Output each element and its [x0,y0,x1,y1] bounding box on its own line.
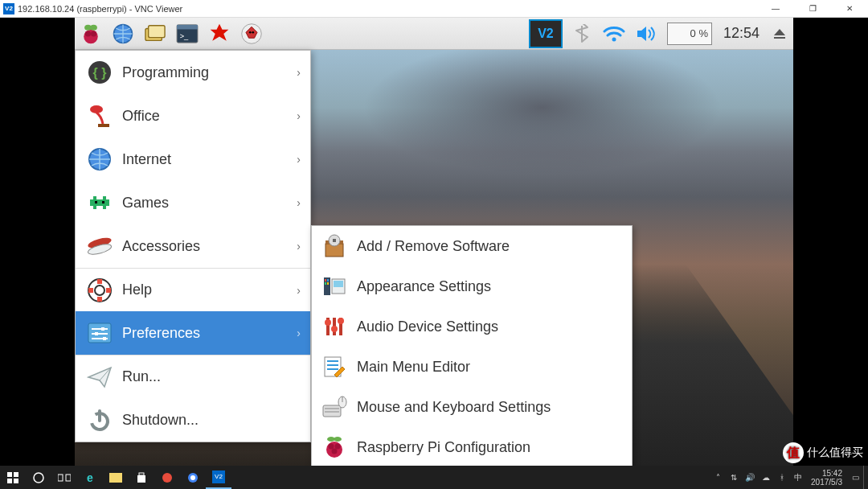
svg-point-0 [84,29,98,43]
terminal-icon[interactable]: >_ [171,18,203,50]
svg-marker-37 [88,368,111,387]
file-manager-icon[interactable] [139,18,171,50]
browser-icon[interactable] [107,18,139,50]
submenu-item-add-remove-software[interactable]: Add / Remove Software [312,226,632,266]
action-center-icon[interactable]: ▭ [847,473,863,482]
submenu-item-mouse-and-keyboard-settings[interactable]: Mouse and Keyboard Settings [312,387,632,427]
windows-clock[interactable]: 15:42 2017/5/3 [811,469,842,487]
menu-item-run-[interactable]: Run... [76,355,310,398]
menu-item-games[interactable]: Games› [76,181,310,224]
submenu-item-label: Mouse and Keyboard Settings [357,399,551,416]
host-titlebar[interactable]: V2 192.168.10.24 (raspberrypi) - VNC Vie… [0,0,868,18]
wifi-icon[interactable] [598,18,630,50]
menu-item-preferences[interactable]: Preferences› [76,311,310,355]
svg-point-56 [331,326,338,332]
svg-rect-63 [323,405,341,417]
svg-rect-18 [774,37,785,39]
paperplane-icon [85,363,114,392]
svg-rect-75 [14,472,18,477]
volume-icon[interactable] [630,18,662,50]
menu-item-label: Internet [122,151,171,168]
menu-item-label: Shutdown... [122,412,199,429]
svg-point-55 [325,319,331,326]
svg-point-73 [332,449,338,454]
svg-point-14 [252,31,254,33]
start-menu-icon[interactable] [75,18,107,50]
submenu-item-label: Audio Device Settings [357,318,498,335]
start-button[interactable] [0,466,26,489]
vnc-app-icon: V2 [3,3,14,14]
menu-item-label: Preferences [122,325,200,342]
menu-item-help[interactable]: Help› [76,268,310,311]
svg-rect-82 [137,475,145,483]
svg-point-21 [90,105,103,113]
svg-rect-74 [7,472,12,477]
menu-item-internet[interactable]: Internet› [76,138,310,181]
cpu-usage-widget[interactable]: 0 % [667,23,712,45]
preferences-submenu: Add / Remove SoftwareAppearance Settings… [311,225,633,466]
explorer-taskbar-icon[interactable] [103,466,129,489]
menu-item-shutdown-[interactable]: Shutdown... [76,398,310,442]
svg-marker-11 [211,23,229,40]
store-icon[interactable] [129,466,154,489]
vnc-taskbar-icon[interactable]: V2 [206,466,231,489]
svg-rect-83 [139,473,144,475]
svg-point-13 [249,31,252,33]
svg-rect-9 [177,24,198,29]
submenu-item-audio-device-settings[interactable]: Audio Device Settings [312,306,632,347]
globe-icon [85,145,114,174]
menu-item-accessories[interactable]: Accessories› [76,224,310,268]
tray-network-icon[interactable]: ⇅ [726,473,742,482]
svg-rect-7 [149,25,165,37]
palette-icon [321,273,347,299]
tray-onedrive-icon[interactable]: ☁ [758,473,774,482]
application-menu: { }Programming›Office›Internet›Games›Acc… [75,50,311,442]
menu-item-office[interactable]: Office› [76,94,310,138]
submenu-item-raspberry-pi-configuration[interactable]: Raspberry Pi Configuration [312,427,632,466]
show-desktop-button[interactable] [863,466,868,489]
bluetooth-icon[interactable] [566,18,598,50]
cortana-icon[interactable] [26,466,51,489]
tray-chevron-icon[interactable]: ˄ [710,473,726,482]
svg-point-86 [190,475,195,480]
submenu-item-label: Appearance Settings [357,278,491,295]
svg-rect-48 [325,282,326,285]
chrome-icon[interactable] [180,466,206,489]
package-icon [321,233,347,259]
edge-icon[interactable]: e [77,466,103,489]
raspberry-pi-desktop[interactable]: >_ V2 [75,18,793,466]
tray-time: 15:42 [811,469,842,478]
clock[interactable]: 12:54 [723,25,760,42]
svg-point-1 [85,31,91,36]
lifebuoy-icon [85,276,114,305]
close-button[interactable]: ✕ [831,0,868,17]
tray-date: 2017/5/3 [811,478,842,487]
wolfram-icon[interactable] [235,18,268,50]
letterbox-left [0,18,75,466]
window-title: 192.168.10.24 (raspberrypi) - VNC Viewer [18,4,182,14]
submenu-item-appearance-settings[interactable]: Appearance Settings [312,266,632,306]
tray-bluetooth-icon[interactable]: ᚼ [774,473,790,482]
minimize-button[interactable]: — [757,0,794,17]
menu-item-label: Accessories [122,238,200,255]
svg-point-15 [612,37,616,41]
task-view-icon[interactable] [51,466,77,489]
maximize-button[interactable]: ❐ [794,0,831,17]
tray-volume-icon[interactable]: 🔊 [742,473,758,482]
lamp-icon [85,101,114,130]
sliders-icon [85,318,114,347]
app-taskbar-icon-1[interactable] [154,466,180,489]
eject-icon[interactable] [772,27,787,41]
submenu-item-main-menu-editor[interactable]: Main Menu Editor [312,347,632,387]
menu-item-programming[interactable]: { }Programming› [76,51,310,94]
svg-rect-36 [103,337,106,340]
mixer-icon [321,314,347,339]
submenu-arrow-icon: › [297,240,301,253]
mathematica-icon[interactable] [203,18,235,50]
vnc-server-icon[interactable]: V2 [529,19,563,48]
submenu-arrow-icon: › [297,153,301,166]
submenu-arrow-icon: › [297,109,301,122]
submenu-item-label: Main Menu Editor [357,359,470,376]
svg-rect-79 [58,475,63,481]
menu-item-label: Run... [122,368,161,385]
